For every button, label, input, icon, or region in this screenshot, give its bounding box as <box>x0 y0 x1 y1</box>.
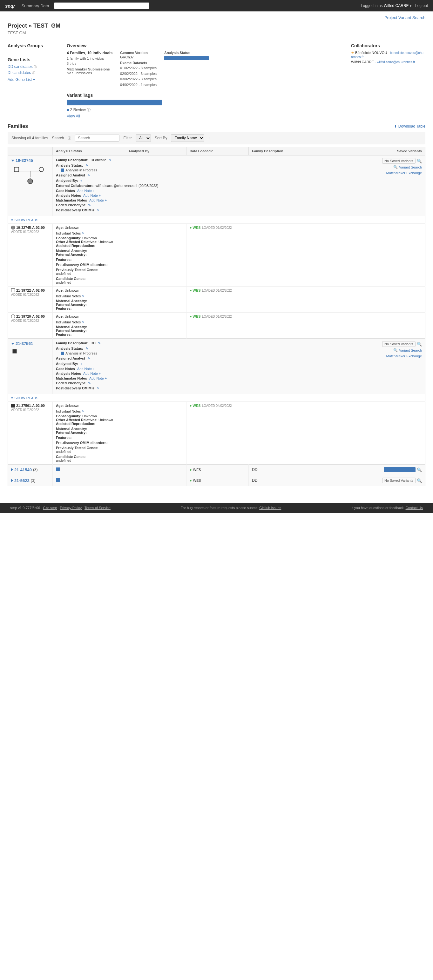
sort-select[interactable]: Family Name <box>171 134 204 142</box>
gene-list-link-0[interactable]: DD candidates <box>8 64 33 69</box>
expand-icon-21-41549[interactable] <box>11 468 13 471</box>
family-19-32745-details: Family Description: DI obésité ✎ Analysi… <box>53 155 328 216</box>
search-icon-37561[interactable]: 🔍 <box>417 342 422 347</box>
analysis-notes-add-link-37561[interactable]: Add Note + <box>83 372 101 375</box>
assigned-analyst-edit-icon[interactable]: ✎ <box>87 173 90 177</box>
family-desc-edit-icon[interactable]: ✎ <box>109 158 112 162</box>
individual-added-1: ADDED 01/02/2022 <box>11 293 49 296</box>
footer-cite-link[interactable]: Cite seqr <box>43 506 57 510</box>
individual-wes-cell-2: ● WES LOADED 01/02/2022 <box>186 313 425 339</box>
expand-icon-19-32745[interactable] <box>11 160 14 162</box>
analysed-by-add-icon[interactable]: + <box>80 179 82 183</box>
external-collab-label: External Collaborators: <box>56 184 95 188</box>
analysis-status-edit-icon-37561[interactable]: ✎ <box>85 347 88 350</box>
individual-id-1: 21-39722-A-02-00 <box>16 288 45 292</box>
gene-list-link-1[interactable]: DI candidates <box>8 70 31 75</box>
post-omim-edit-icon[interactable]: ✎ <box>97 208 99 212</box>
search-info-icon[interactable]: ⓘ <box>68 136 71 141</box>
add-gene-list-link[interactable]: Add Gene List + <box>8 78 35 82</box>
age-value-2: Unknown <box>64 315 79 318</box>
matchmaker-submissions: Matchmaker Submissions No Submissions <box>67 67 112 75</box>
assigned-analyst-edit-icon-37561[interactable]: ✎ <box>87 356 90 360</box>
features-label-3: Features: <box>56 436 72 439</box>
family-desc-edit-icon-37561[interactable]: ✎ <box>98 341 101 345</box>
family-21-41549-desc: DD <box>249 465 328 475</box>
coded-phenotype-edit-icon[interactable]: ✎ <box>88 203 91 207</box>
search-icon-5623[interactable]: 🔍 <box>417 478 422 483</box>
show-reads-row-21-37561: ≡ SHOW READS <box>8 394 425 402</box>
individual-icon-empty-circle-2 <box>11 315 15 318</box>
family-id-21-41549[interactable]: 21-41549 <box>14 468 32 472</box>
family-id-19-32745[interactable]: 19-32745 <box>16 158 33 163</box>
matchmaker-exchange-container-37561: MatchMaker Exchange <box>331 353 422 358</box>
summary-data-link[interactable]: Summary Data <box>22 3 49 8</box>
paternal-ancestry-label-1: Paternal Ancestry: <box>56 303 87 307</box>
show-reads-link-21-37561[interactable]: ≡ SHOW READS <box>11 396 38 400</box>
prev-tested-label-3: Previously Tested Genes: <box>56 446 99 450</box>
search-icon-19-32745[interactable]: 🔍 <box>417 159 422 164</box>
matchmaker-exchange-link-19-32745[interactable]: MatchMaker Exchange <box>386 171 422 175</box>
expand-icon-21-37561[interactable] <box>11 343 14 345</box>
post-omim-label-37561: Post-discovery OMIM # <box>56 386 94 390</box>
analysed-by-add-icon-37561[interactable]: + <box>80 362 82 366</box>
project-variant-search-container: Project Variant Search <box>8 15 425 20</box>
analysis-status-badge-19-32745: Analysis in Progress <box>61 168 325 172</box>
individual-id-cell-0: 19-32745-A-02-00 ADDED 01/02/2022 <box>8 224 53 286</box>
footer-terms-link[interactable]: Terms of Service <box>85 506 110 510</box>
view-all-link[interactable]: View All <box>67 114 346 118</box>
sort-arrow-icon[interactable]: ↓ <box>208 136 210 140</box>
matchmaker-notes-add-link-37561[interactable]: Add Note + <box>89 376 107 380</box>
expand-icon-21-5623[interactable] <box>11 479 13 482</box>
family-21-41549-id-cell: 21-41549 (3) <box>8 465 53 475</box>
candidate-genes-value-0: undefined <box>56 280 71 284</box>
individual-row-21-37561-A-02-00: 21-37561-A-02-00 ADDED 01/02/2022 Age: U… <box>8 402 425 465</box>
family-21-5623-id-cell: 21-5623 (3) <box>8 475 53 486</box>
table-header-row: Analysis Status Analysed By Data Loaded?… <box>8 147 425 156</box>
individual-notes-edit-2[interactable]: ✎ <box>81 320 85 324</box>
analysis-status-value-19-32745: Analysis in Progress <box>66 168 97 172</box>
individual-notes-edit-1[interactable]: ✎ <box>81 294 85 298</box>
username-value[interactable]: Wilfrid CARRE <box>384 3 409 8</box>
info-icon-tags[interactable]: ⓘ <box>87 108 91 112</box>
show-reads-link-19-32745[interactable]: ≡ SHOW READS <box>11 218 38 222</box>
individual-notes-edit-0[interactable]: ✎ <box>81 231 85 235</box>
post-omim-label: Post-discovery OMIM # <box>56 208 94 212</box>
collaborator-email-1[interactable]: wilfrid.carre@chu-rennes.fr <box>377 60 415 64</box>
filter-select[interactable]: All <box>136 134 151 142</box>
footer-contact-link[interactable]: Contact Us <box>406 506 423 510</box>
info-icon-0[interactable]: ⓘ <box>34 65 37 68</box>
footer-github-link[interactable]: GitHub Issues <box>259 506 281 510</box>
overview-section: Overview 4 Families, 10 Individuals 1 fa… <box>62 43 346 118</box>
info-icon-1[interactable]: ⓘ <box>32 71 35 75</box>
loaded-text-3: LOADED 04/02/2022 <box>202 404 232 407</box>
individual-notes-edit-3[interactable]: ✎ <box>81 409 85 413</box>
family-id-21-5623[interactable]: 21-5623 <box>14 478 30 483</box>
case-notes-add-link-37561[interactable]: Add Note + <box>77 367 95 371</box>
candidate-genes-label-3: Candidate Genes: <box>56 455 86 458</box>
matchmaker-exchange-link-37561[interactable]: MatchMaker Exchange <box>386 354 422 358</box>
loaded-text-0: LOADED 01/02/2022 <box>202 226 232 229</box>
analysis-status-edit-icon[interactable]: ✎ <box>85 164 88 167</box>
case-notes-add-link[interactable]: Add Note + <box>77 189 95 192</box>
coded-phenotype-edit-icon-37561[interactable]: ✎ <box>88 381 91 385</box>
family-id-21-37561[interactable]: 21-37561 <box>16 341 33 346</box>
search-icon-41549[interactable]: 🔍 <box>417 468 422 472</box>
analysis-notes-add-link[interactable]: Add Note + <box>83 194 101 197</box>
project-variant-search-link[interactable]: Project Variant Search <box>384 15 425 20</box>
footer-privacy-link[interactable]: Privacy Policy <box>60 506 81 510</box>
family-21-37561-id-cell: 21-37561 <box>8 339 53 394</box>
analysis-notes-row: Analysis Notes Add Note + <box>56 194 325 197</box>
global-search-input[interactable] <box>54 3 149 9</box>
variant-search-link-19-32745[interactable]: Variant Search <box>399 165 422 169</box>
variant-search-link-37561[interactable]: Variant Search <box>399 348 422 352</box>
gene-lists: DD candidates ⓘ DI candidates ⓘ Add Gene… <box>8 64 62 82</box>
individual-added-2: ADDED 01/02/2022 <box>11 319 49 323</box>
download-table-btn[interactable]: ⬇ Download Table <box>394 124 425 129</box>
post-omim-edit-icon-37561[interactable]: ✎ <box>97 386 99 390</box>
pedigree-21-37561 <box>11 348 43 364</box>
family-search-input[interactable] <box>75 135 120 142</box>
candidate-genes-value-3: undefined <box>56 458 71 462</box>
age-label-0: Age: <box>56 226 64 229</box>
logout-link[interactable]: Log out <box>415 3 428 8</box>
matchmaker-notes-add-link[interactable]: Add Note + <box>89 198 107 202</box>
